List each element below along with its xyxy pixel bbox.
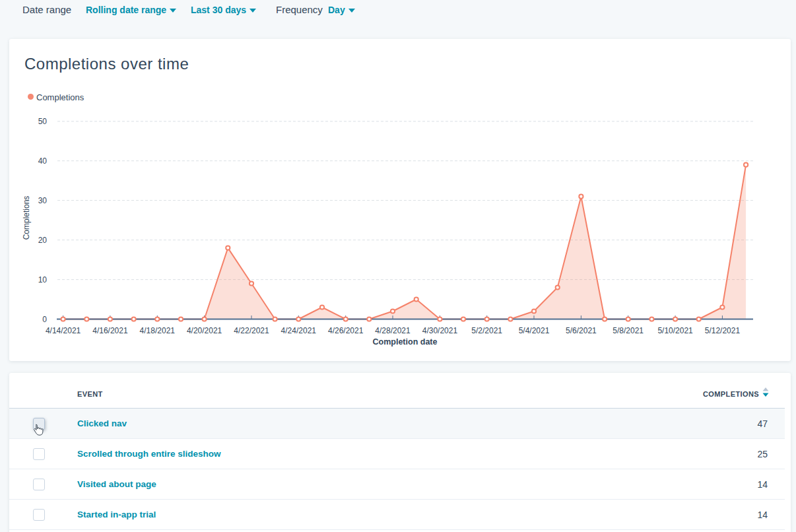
- svg-text:Completions: Completions: [22, 196, 31, 240]
- svg-text:30: 30: [38, 196, 48, 205]
- svg-text:4/30/2021: 4/30/2021: [422, 326, 458, 335]
- svg-text:4/24/2021: 4/24/2021: [281, 326, 317, 335]
- svg-text:40: 40: [38, 156, 48, 166]
- svg-text:4/22/2021: 4/22/2021: [234, 326, 269, 335]
- svg-text:4/28/2021: 4/28/2021: [375, 326, 411, 335]
- svg-text:5/6/2021: 5/6/2021: [566, 326, 597, 335]
- svg-text:10: 10: [38, 275, 48, 284]
- svg-text:Completion date: Completion date: [373, 337, 438, 347]
- svg-text:5/10/2021: 5/10/2021: [657, 326, 693, 335]
- svg-text:20: 20: [38, 236, 48, 245]
- svg-text:4/26/2021: 4/26/2021: [328, 326, 364, 335]
- svg-text:50: 50: [38, 117, 48, 126]
- svg-text:5/12/2021: 5/12/2021: [705, 326, 741, 335]
- svg-text:5/8/2021: 5/8/2021: [613, 326, 644, 335]
- svg-text:4/18/2021: 4/18/2021: [140, 326, 176, 335]
- svg-text:0: 0: [42, 315, 47, 324]
- svg-text:4/16/2021: 4/16/2021: [92, 326, 128, 335]
- svg-text:5/4/2021: 5/4/2021: [519, 326, 550, 335]
- svg-text:4/14/2021: 4/14/2021: [46, 326, 81, 335]
- svg-text:5/2/2021: 5/2/2021: [471, 326, 502, 335]
- svg-text:4/20/2021: 4/20/2021: [187, 326, 222, 335]
